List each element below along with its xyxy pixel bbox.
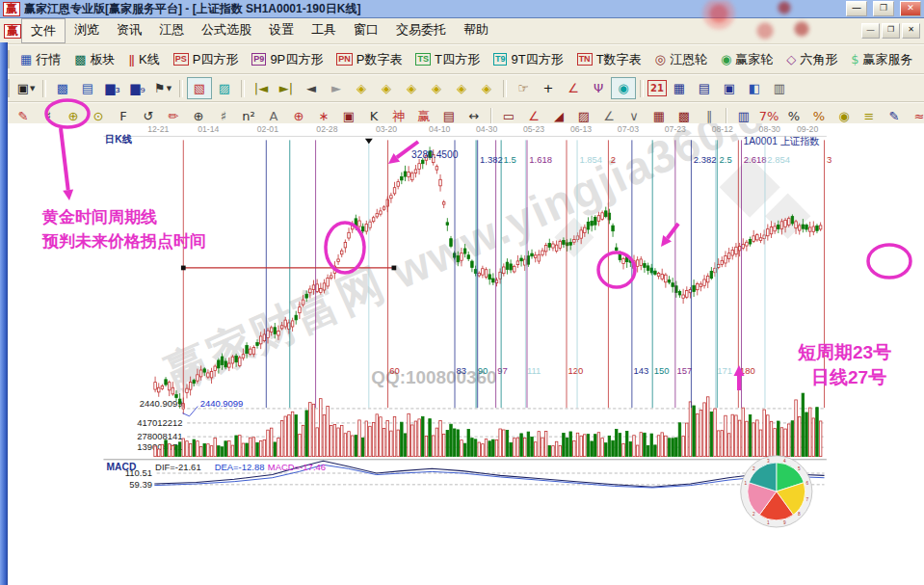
notes-button[interactable]: ▤ bbox=[692, 77, 717, 99]
toolbar-separator bbox=[503, 80, 507, 97]
t-number-icon: TN bbox=[577, 53, 593, 66]
hexagon-button[interactable]: ◇六角形 bbox=[779, 51, 844, 68]
h-shrink-button[interactable]: ◈ bbox=[424, 77, 449, 99]
save-button[interactable]: ▣ bbox=[717, 77, 742, 99]
quote-list-button[interactable]: ▤ bbox=[75, 77, 100, 99]
measure-handle[interactable] bbox=[392, 266, 397, 271]
winner-service-button[interactable]: $赢家服务 bbox=[844, 51, 919, 68]
pane-label: 日K线 bbox=[105, 134, 133, 145]
menu-item-2[interactable]: 资讯 bbox=[108, 18, 150, 43]
menu-item-9[interactable]: 帮助 bbox=[455, 18, 497, 43]
toolbar-label: T数字表 bbox=[596, 51, 642, 68]
svg-text:2: 2 bbox=[752, 466, 755, 471]
menu-item-6[interactable]: 工具 bbox=[303, 18, 345, 43]
toolbar-separator bbox=[640, 80, 644, 97]
gann-wheel-button[interactable]: ◎江恩轮 bbox=[648, 51, 714, 68]
kline-chart[interactable]: 赢家财富网 www.yingjia360.comQQ:10080036012-2… bbox=[0, 123, 924, 585]
svg-text:1: 1 bbox=[767, 520, 770, 525]
cycle-number-label: 90 bbox=[478, 365, 488, 376]
maximize-button[interactable]: ❐ bbox=[873, 1, 894, 16]
menu-item-4[interactable]: 公式选股 bbox=[193, 18, 260, 43]
fib-ratio-label: 2.854 bbox=[767, 154, 790, 165]
menu-item-1[interactable]: 浏览 bbox=[66, 18, 108, 43]
angle-measure-button[interactable]: ∠ bbox=[561, 77, 586, 99]
winner-wheel-button[interactable]: ◉赢家轮 bbox=[714, 51, 779, 68]
crosshair-button[interactable]: + bbox=[536, 77, 561, 99]
9p-square-icon: P9 bbox=[251, 53, 266, 66]
kline-button[interactable]: ǁK线 bbox=[122, 51, 167, 68]
first-bar-button[interactable]: |◄ bbox=[249, 77, 274, 99]
color-histogram-button[interactable]: ▨ bbox=[212, 77, 237, 99]
menu-item-3[interactable]: 江恩 bbox=[150, 18, 193, 43]
diamond-right-button[interactable]: ◈ bbox=[374, 77, 399, 99]
toolbar-label: P四方形 bbox=[193, 51, 239, 68]
sectors-icon: ▩ bbox=[74, 53, 86, 66]
menu-item-8[interactable]: 交易委托 bbox=[387, 18, 455, 43]
next-bar-button[interactable]: ► bbox=[324, 77, 349, 99]
small-chart3-button[interactable]: ▆₃ bbox=[100, 77, 125, 99]
fib-ratio-label: 2 bbox=[611, 154, 616, 165]
toolbar-separator bbox=[726, 108, 727, 125]
date-label: 07-03 bbox=[618, 124, 639, 134]
network-send-button[interactable]: ◧ bbox=[742, 77, 767, 99]
close-button[interactable]: ✕ bbox=[900, 1, 921, 16]
period-day-button[interactable]: ▣▼ bbox=[13, 77, 39, 99]
multi-chart-button[interactable]: ▩ bbox=[50, 77, 75, 99]
trident-tool-button[interactable]: Ψ bbox=[586, 77, 611, 99]
small-chart9-button[interactable]: ▆₉ bbox=[125, 77, 150, 99]
toolbar-label: 赢家服务 bbox=[863, 51, 913, 68]
cycle-number-label: 60 bbox=[389, 365, 400, 376]
volume-axis-label: 417012212 bbox=[137, 417, 182, 428]
sectors-button[interactable]: ▩板块 bbox=[67, 51, 121, 68]
measure-handle[interactable] bbox=[181, 266, 186, 271]
diamond-left-button[interactable]: ◈ bbox=[349, 77, 374, 99]
macd-dif-value: DIF=-21.61 bbox=[155, 462, 201, 472]
h-expand-button[interactable]: ◈ bbox=[399, 77, 424, 99]
gann-wheel-icon: ◎ bbox=[655, 53, 666, 66]
fib-ratio-label: 2.618 bbox=[744, 154, 767, 165]
minimize-button[interactable]: — bbox=[846, 1, 867, 16]
mdi-restore-button[interactable]: ❐ bbox=[882, 23, 900, 39]
last-bar-button[interactable]: ►| bbox=[274, 77, 299, 99]
calendar-21-button[interactable]: 21 bbox=[647, 80, 667, 96]
app-icon: 赢 bbox=[3, 2, 20, 16]
mdi-close-button[interactable]: ✕ bbox=[902, 23, 920, 39]
menu-item-0[interactable]: 文件 bbox=[21, 18, 66, 43]
print-button[interactable]: ▥ bbox=[767, 77, 792, 99]
p-square-button[interactable]: PSP四方形 bbox=[167, 51, 246, 68]
quotes-button[interactable]: ▦行情 bbox=[13, 51, 67, 68]
prev-bar-button[interactable]: ◄ bbox=[299, 77, 324, 99]
date-label: 03-20 bbox=[376, 124, 397, 134]
9t-square-button[interactable]: T99T四方形 bbox=[487, 51, 570, 68]
v-expand-button[interactable]: ◈ bbox=[449, 77, 474, 99]
toolbar-label: 六角形 bbox=[800, 51, 837, 68]
svg-text:2: 2 bbox=[752, 512, 755, 517]
window-left-border bbox=[0, 42, 8, 585]
date-label: 04-30 bbox=[476, 124, 497, 134]
svg-text:4: 4 bbox=[783, 459, 786, 464]
calculator-button[interactable]: ▦ bbox=[667, 77, 692, 99]
date-label: 08-30 bbox=[759, 124, 780, 134]
hand-drag-button[interactable]: ☞ bbox=[511, 77, 536, 99]
gann-box-button[interactable]: ▧ bbox=[187, 77, 212, 99]
cycle-number-label: 97 bbox=[497, 365, 508, 376]
chart-area[interactable]: 赢家财富网 www.yingjia360.comQQ:10080036012-2… bbox=[0, 123, 924, 585]
t-square-button[interactable]: TST四方形 bbox=[409, 51, 486, 68]
toolbar-separator bbox=[42, 80, 46, 97]
menu-item-5[interactable]: 设置 bbox=[260, 18, 303, 43]
date-label: 04-10 bbox=[429, 124, 450, 134]
toolbar-label: K线 bbox=[139, 51, 160, 68]
macd-value: MACD=-17.46 bbox=[268, 462, 326, 472]
cycle-number-label: 150 bbox=[654, 365, 670, 376]
menu-item-7[interactable]: 窗口 bbox=[345, 18, 387, 43]
macd-pane: MACDDIF=-21.61DEA=-12.88MACD=-17.46 bbox=[107, 461, 825, 488]
flag-marker-button[interactable]: ⚑▼ bbox=[150, 77, 175, 99]
t-square-icon: TS bbox=[415, 53, 431, 66]
p-number-button[interactable]: PNP数字表 bbox=[330, 51, 409, 68]
mdi-minimize-button[interactable]: — bbox=[861, 23, 880, 39]
maze-tool-button[interactable]: ◉ bbox=[611, 77, 636, 99]
toolbar-label: T四方形 bbox=[435, 51, 480, 68]
v-shrink-button[interactable]: ◈ bbox=[474, 77, 499, 99]
t-number-button[interactable]: TNT数字表 bbox=[570, 51, 648, 68]
9p-square-button[interactable]: P99P四方形 bbox=[245, 51, 330, 68]
